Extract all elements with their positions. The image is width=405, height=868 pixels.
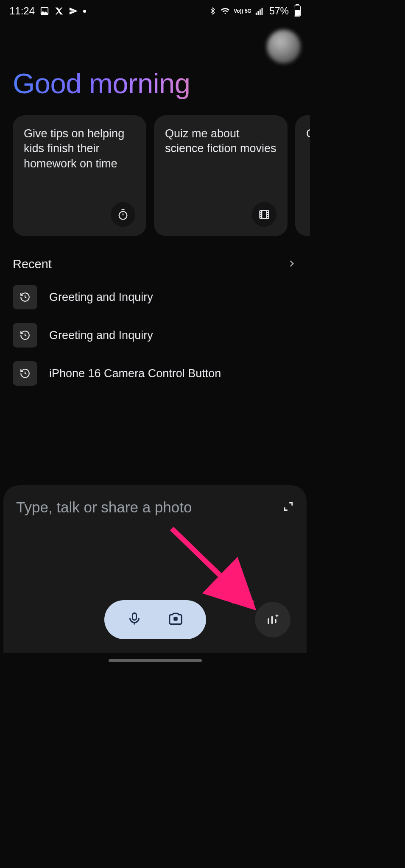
recent-header[interactable]: Recent bbox=[13, 257, 297, 271]
x-icon bbox=[54, 6, 64, 16]
svg-rect-7 bbox=[132, 613, 136, 620]
suggestion-card[interactable]: Quiz me about science fiction movies bbox=[154, 115, 288, 236]
input-bar[interactable]: Type, talk or share a photo bbox=[3, 485, 307, 653]
camera-icon[interactable] bbox=[168, 611, 184, 629]
greeting-title: Good morning bbox=[0, 22, 310, 115]
battery-percent: 57% bbox=[269, 6, 289, 17]
svg-point-5 bbox=[119, 211, 127, 220]
recent-item-label: Greeting and Inquiry bbox=[49, 329, 153, 342]
network-label: Vo)) 5G bbox=[234, 8, 251, 14]
suggestion-text: Quiz me about science fiction movies bbox=[165, 126, 277, 156]
home-indicator[interactable] bbox=[109, 659, 202, 662]
svg-rect-1 bbox=[256, 13, 257, 15]
chevron-right-icon[interactable] bbox=[286, 258, 297, 271]
image-icon bbox=[40, 6, 49, 16]
recent-title: Recent bbox=[13, 257, 52, 271]
suggestion-card[interactable]: Give tips on helping kids finish their h… bbox=[13, 115, 146, 236]
recent-section: Recent Greeting and Inquiry Greeting and… bbox=[0, 236, 310, 386]
suggestion-text: Q bbox=[306, 126, 310, 141]
microphone-icon[interactable] bbox=[127, 611, 142, 628]
voice-camera-pill bbox=[104, 600, 206, 639]
recent-item-label: iPhone 16 Camera Control Button bbox=[49, 367, 221, 380]
battery-icon bbox=[294, 6, 301, 17]
status-right: Vo)) 5G 57% bbox=[209, 6, 301, 17]
more-dot-icon bbox=[83, 10, 86, 13]
recent-item-label: Greeting and Inquiry bbox=[49, 291, 153, 304]
recent-item[interactable]: Greeting and Inquiry bbox=[13, 323, 297, 348]
recent-item[interactable]: iPhone 16 Camera Control Button bbox=[13, 361, 297, 386]
svg-rect-3 bbox=[260, 9, 261, 15]
expand-icon[interactable] bbox=[283, 501, 294, 514]
recent-list: Greeting and Inquiry Greeting and Inquir… bbox=[13, 285, 297, 386]
sparkle-button[interactable] bbox=[255, 602, 290, 637]
status-time: 11:24 bbox=[9, 5, 35, 17]
history-icon bbox=[13, 285, 37, 309]
input-placeholder[interactable]: Type, talk or share a photo bbox=[16, 499, 192, 516]
timer-icon bbox=[111, 202, 135, 227]
suggestion-cards-row[interactable]: Give tips on helping kids finish their h… bbox=[0, 115, 310, 236]
suggestion-card[interactable]: Q bbox=[295, 115, 310, 236]
history-icon bbox=[13, 323, 37, 348]
history-icon bbox=[13, 361, 37, 386]
svg-rect-9 bbox=[268, 618, 269, 624]
profile-avatar[interactable] bbox=[267, 30, 301, 64]
wifi-icon bbox=[220, 6, 230, 16]
signal-icon bbox=[255, 6, 264, 16]
send-icon bbox=[69, 6, 78, 16]
svg-rect-10 bbox=[271, 616, 273, 624]
svg-rect-11 bbox=[275, 619, 277, 623]
suggestion-text: Give tips on helping kids finish their h… bbox=[24, 126, 135, 171]
movie-icon bbox=[252, 202, 277, 227]
status-bar: 11:24 Vo)) 5G 57% bbox=[0, 0, 310, 22]
recent-item[interactable]: Greeting and Inquiry bbox=[13, 285, 297, 309]
svg-rect-8 bbox=[174, 618, 176, 620]
svg-rect-4 bbox=[262, 8, 263, 15]
status-left: 11:24 bbox=[9, 5, 86, 17]
svg-rect-2 bbox=[257, 11, 259, 15]
bluetooth-icon bbox=[209, 6, 217, 16]
